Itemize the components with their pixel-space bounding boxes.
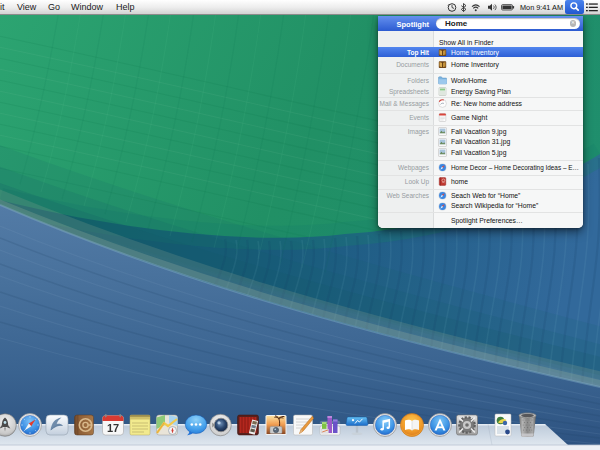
svg-text:17: 17 <box>107 422 119 434</box>
